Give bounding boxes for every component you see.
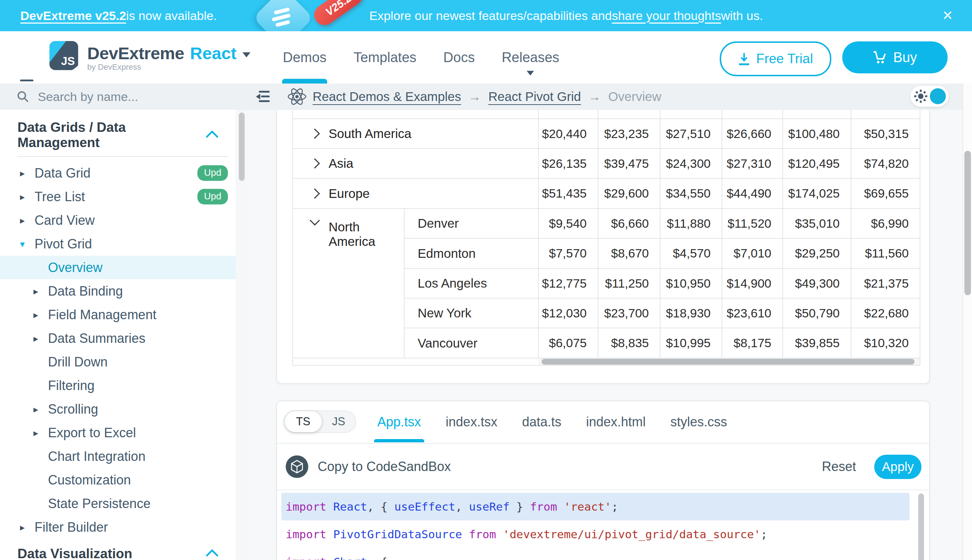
collapsed-caret-icon[interactable]: ▸ xyxy=(33,404,48,415)
sidebar-item-label: Pivot Grid xyxy=(35,237,92,252)
sidebar-item-state-persistence[interactable]: State Persistence xyxy=(0,492,236,515)
collapsed-caret-icon[interactable]: ▸ xyxy=(20,522,35,533)
collapsed-caret-icon[interactable]: ▸ xyxy=(33,427,48,438)
row-label: North America xyxy=(329,220,404,249)
collapsed-caret-icon[interactable]: ▸ xyxy=(20,168,35,179)
apply-button[interactable]: Apply xyxy=(874,455,922,479)
toggle-option-ts[interactable]: TS xyxy=(284,411,322,432)
pivot-cell: $6,660 xyxy=(598,209,661,238)
expand-row-icon[interactable] xyxy=(310,128,320,139)
collapsed-caret-icon[interactable]: ▸ xyxy=(20,192,35,202)
sidebar-item-scrolling[interactable]: ▸Scrolling xyxy=(0,397,236,421)
pivot-row-header-north-america[interactable]: North America xyxy=(293,209,405,358)
pivot-horizontal-scrollbar[interactable] xyxy=(539,358,920,366)
nav-item-docs[interactable]: Docs xyxy=(443,31,475,83)
sidebar-section-header[interactable]: Data Grids / Data Management xyxy=(0,110,236,156)
sidebar-search[interactable] xyxy=(0,83,247,110)
codesandbox-icon[interactable] xyxy=(286,455,308,478)
file-tab-index-html[interactable]: index.html xyxy=(586,401,646,442)
expanded-caret-icon[interactable]: ▾ xyxy=(20,238,35,250)
code-scrollbar-thumb[interactable] xyxy=(918,493,924,560)
collapsed-caret-icon[interactable]: ▸ xyxy=(33,286,48,297)
pivot-row-header-south-america[interactable]: South America xyxy=(293,119,539,149)
pivot-hscrollbar-thumb[interactable] xyxy=(542,359,915,365)
page-scrollbar-thumb[interactable] xyxy=(964,151,971,295)
collapsed-caret-icon[interactable]: ▸ xyxy=(33,309,48,320)
pivot-row-header-europe[interactable]: Europe xyxy=(293,179,539,209)
pivot-cell: $4,570 xyxy=(661,238,722,269)
sidebar-item-overview[interactable]: Overview xyxy=(0,256,236,279)
sidebar-item-data-summaries[interactable]: ▸Data Summaries xyxy=(0,327,236,350)
pivot-cell: $34,550 xyxy=(661,179,722,209)
file-tab-app-tsx[interactable]: App.tsx xyxy=(377,401,421,442)
code-line: import React, { useEffect, useRef } from… xyxy=(281,493,910,520)
collapse-section-icon[interactable] xyxy=(206,549,219,560)
pivot-row-header-asia[interactable]: Asia xyxy=(293,149,539,179)
language-toggle[interactable]: TS JS xyxy=(284,410,356,433)
nav-item-demos[interactable]: Demos xyxy=(283,31,326,83)
nav-item-templates[interactable]: Templates xyxy=(353,31,416,83)
collapse-section-icon[interactable] xyxy=(206,130,219,143)
collapsed-caret-icon[interactable]: ▸ xyxy=(20,215,35,226)
sidebar-item-data-binding[interactable]: ▸Data Binding xyxy=(0,279,236,303)
nav-item-releases[interactable]: Releases xyxy=(502,31,559,83)
file-tab-styles-css[interactable]: styles.css xyxy=(670,401,727,442)
code-scrollbar[interactable] xyxy=(918,493,924,560)
code-toolbar: Copy to CodeSandBox Reset Apply xyxy=(277,444,929,490)
sidebar-item-tree-list[interactable]: ▸Tree ListUpd xyxy=(0,185,236,208)
sidebar-item-data-grid[interactable]: ▸Data GridUpd xyxy=(0,161,236,185)
pivot-cell: $8,670 xyxy=(598,238,661,269)
toggle-option-js[interactable]: JS xyxy=(322,411,356,432)
buy-button[interactable]: Buy xyxy=(842,42,948,73)
sidebar-item-export-to-excel[interactable]: ▸Export to Excel xyxy=(0,421,236,445)
sidebar-item-label: Tree List xyxy=(35,189,85,205)
expand-row-icon[interactable] xyxy=(310,158,320,168)
pivot-cell: $12,030 xyxy=(539,298,598,328)
close-icon[interactable]: ✕ xyxy=(942,0,953,31)
file-tab-index-tsx[interactable]: index.tsx xyxy=(446,401,497,442)
free-trial-button[interactable]: Free Trial xyxy=(720,42,831,76)
banner-version-text: DevExtreme v25.2 is now available. xyxy=(20,0,217,31)
sidebar-item-field-management[interactable]: ▸Field Management xyxy=(0,303,236,327)
platform-dropdown-caret-icon[interactable] xyxy=(243,52,251,57)
copy-to-codesandbox-button[interactable]: Copy to CodeSandBox xyxy=(318,459,451,474)
pivot-grid: South America$20,440$23,235$27,510$26,66… xyxy=(292,110,920,366)
devextreme-js-logo[interactable]: JS xyxy=(49,41,78,70)
search-input[interactable] xyxy=(37,89,213,104)
pivot-cell: $23,235 xyxy=(598,119,661,149)
brand-block[interactable]: DevExtreme React by DevExpress xyxy=(87,43,251,72)
theme-toggle[interactable] xyxy=(910,86,949,107)
sidebar-scrollbar-thumb[interactable] xyxy=(239,113,244,181)
version-suffix: is now available. xyxy=(126,9,217,23)
pivot-cell: $6,075 xyxy=(539,328,598,358)
collapse-sidebar-icon[interactable] xyxy=(256,91,270,102)
collapsed-caret-icon[interactable]: ▸ xyxy=(33,333,48,344)
pivot-city-header-edmonton: Edmonton xyxy=(405,238,539,269)
breadcrumb-link-pivot-grid[interactable]: React Pivot Grid xyxy=(488,89,581,104)
file-tab-data-ts[interactable]: data.ts xyxy=(522,401,561,442)
message-suffix: with us. xyxy=(721,9,763,23)
collapse-row-icon[interactable] xyxy=(310,215,320,225)
sidebar-item-filtering[interactable]: Filtering xyxy=(0,374,236,397)
pivot-cell: $9,540 xyxy=(539,209,598,238)
sidebar-scrollbar[interactable] xyxy=(236,110,247,560)
sidebar-item-filter-builder[interactable]: ▸Filter Builder xyxy=(0,515,236,539)
code-line: import Chart, { xyxy=(281,548,910,560)
breadcrumb-link-demos[interactable]: React Demos & Examples xyxy=(313,89,461,104)
share-your-thoughts-link[interactable]: share your thoughts xyxy=(612,9,721,23)
sidebar-item-pivot-grid[interactable]: ▾Pivot Grid xyxy=(0,232,236,256)
version-link[interactable]: DevExtreme v25.2 xyxy=(20,9,126,23)
app-header: JS DevExtreme React by DevExpress DemosT… xyxy=(0,31,972,83)
reset-button[interactable]: Reset xyxy=(822,459,856,474)
pivot-cell: $26,135 xyxy=(539,149,598,179)
expand-row-icon[interactable] xyxy=(310,188,320,198)
pivot-cell: $49,300 xyxy=(783,269,851,298)
sidebar-item-customization[interactable]: Customization xyxy=(0,468,236,492)
sidebar-item-drill-down[interactable]: Drill Down xyxy=(0,350,236,374)
sidebar-item-card-view[interactable]: ▸Card View xyxy=(0,208,236,232)
updated-badge: Upd xyxy=(197,189,228,205)
sidebar-item-chart-integration[interactable]: Chart Integration xyxy=(0,445,236,468)
sidebar-section-header-dataviz[interactable]: Data Visualization xyxy=(0,539,236,560)
theme-toggle-knob[interactable] xyxy=(930,88,946,104)
page-scrollbar[interactable] xyxy=(962,83,972,560)
